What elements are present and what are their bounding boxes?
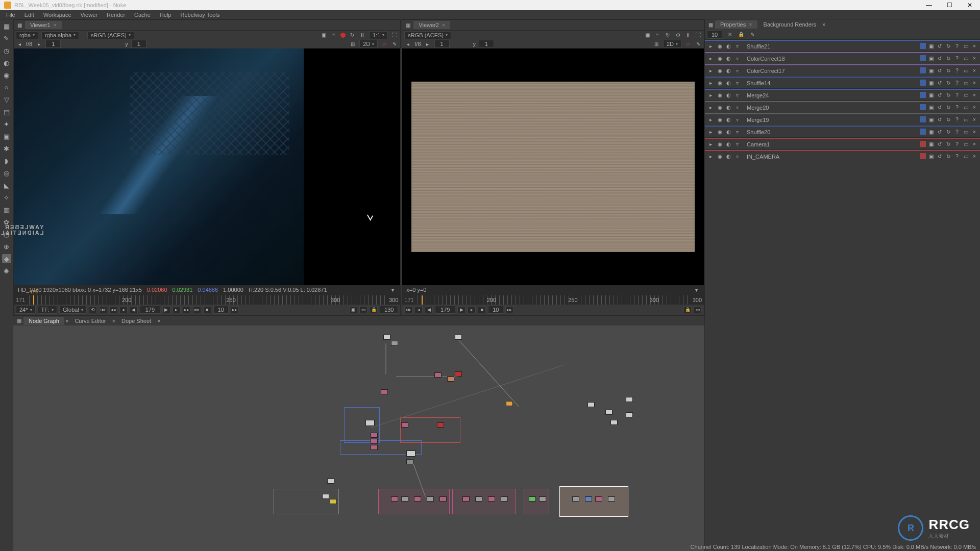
reload-icon[interactable]: ↻ xyxy=(945,92,952,99)
node[interactable] xyxy=(391,496,398,502)
node[interactable] xyxy=(439,496,447,502)
help-icon[interactable]: ? xyxy=(953,92,961,99)
node[interactable] xyxy=(383,335,390,340)
node[interactable] xyxy=(475,496,482,502)
expand-icon[interactable]: ▸ xyxy=(707,153,714,160)
node[interactable] xyxy=(529,496,536,502)
play-back-button[interactable]: ◀ xyxy=(130,306,138,313)
step-back-button[interactable]: ◂ xyxy=(414,306,423,313)
first-frame-button[interactable]: ⏮ xyxy=(404,306,412,313)
help-icon[interactable]: ? xyxy=(953,67,961,74)
y-input[interactable]: 1 xyxy=(131,40,146,48)
tool-3d-icon[interactable]: ▣ xyxy=(2,132,11,141)
y-input[interactable]: 1 xyxy=(479,40,494,48)
link-icon[interactable]: ◐ xyxy=(725,43,732,50)
expand-icon[interactable]: ▸ xyxy=(707,141,714,148)
viewer1-viewport[interactable]: overlay off xyxy=(14,48,400,285)
close-icon[interactable]: × xyxy=(65,318,68,324)
property-row[interactable]: ▸◉◐▿Merge24▣↺↻?▭× xyxy=(705,89,980,101)
node[interactable] xyxy=(371,439,378,444)
next-icon[interactable]: ▸ xyxy=(424,40,431,47)
tf-dropdown[interactable]: TF: xyxy=(38,306,58,314)
tool-burst-icon[interactable]: ✺ xyxy=(2,266,11,276)
tab-dope-sheet[interactable]: Dope Sheet xyxy=(116,317,156,325)
menu-edit[interactable]: Edit xyxy=(20,11,38,19)
node[interactable] xyxy=(447,377,454,382)
node[interactable] xyxy=(381,389,388,394)
node[interactable] xyxy=(626,397,633,402)
pen-icon[interactable]: ✎ xyxy=(391,40,398,47)
expand-icon[interactable]: ⛶ xyxy=(695,32,702,39)
eye-icon[interactable]: ◉ xyxy=(716,92,723,99)
time-ruler[interactable]: 171 179 200 250 300 300 xyxy=(14,295,400,305)
color-swatch[interactable] xyxy=(920,129,926,135)
close-icon[interactable]: × xyxy=(971,80,978,87)
node-icon[interactable]: ▿ xyxy=(733,92,741,99)
clip-icon[interactable]: ▣ xyxy=(320,32,327,39)
reset-icon[interactable]: ↺ xyxy=(936,43,943,50)
reset-icon[interactable]: ↺ xyxy=(936,116,943,123)
stop-button[interactable]: ■ xyxy=(203,306,211,313)
mode-dropdown[interactable]: 2D xyxy=(359,40,378,48)
alpha-dropdown[interactable]: rgba.alpha xyxy=(41,31,79,39)
help-icon[interactable]: ? xyxy=(953,129,961,136)
node[interactable] xyxy=(371,445,378,450)
close-icon[interactable]: × xyxy=(971,153,978,160)
node[interactable] xyxy=(434,372,442,378)
pane-layout-icon[interactable]: ▦ xyxy=(404,21,411,29)
node[interactable] xyxy=(401,496,408,502)
list-icon[interactable]: ≡ xyxy=(330,32,337,39)
backdrop[interactable] xyxy=(274,489,339,514)
center-icon[interactable]: ▣ xyxy=(927,153,935,160)
tool-filter-icon[interactable]: ▽ xyxy=(2,95,11,104)
center-icon[interactable]: ▣ xyxy=(927,92,935,99)
eye-icon[interactable]: ◉ xyxy=(716,55,723,62)
refresh-icon[interactable]: ↻ xyxy=(349,32,356,39)
tool-views-icon[interactable]: ▥ xyxy=(2,205,11,214)
close-icon[interactable]: × xyxy=(157,318,160,324)
expand-icon[interactable]: ▸ xyxy=(707,116,714,123)
eye-icon[interactable]: ◉ xyxy=(716,116,723,123)
pause-icon[interactable]: ⏸ xyxy=(684,32,692,39)
center-icon[interactable]: ▣ xyxy=(927,55,935,62)
mode-dropdown[interactable]: 2D xyxy=(663,40,681,48)
node[interactable] xyxy=(455,371,462,377)
colorspace-dropdown[interactable]: sRGB (ACES) xyxy=(87,31,134,39)
grid-icon[interactable]: ⊞ xyxy=(349,40,356,47)
close-icon[interactable]: × xyxy=(971,67,978,74)
property-row[interactable]: ▸◉◐▿Merge20▣↺↻?▭× xyxy=(705,101,980,113)
tool-tag-icon[interactable]: ◣ xyxy=(2,181,11,190)
reset-icon[interactable]: ↺ xyxy=(936,67,943,74)
reload-icon[interactable]: ↻ xyxy=(945,129,952,136)
minimize-icon[interactable]: ▭ xyxy=(962,104,969,111)
close-icon[interactable]: × xyxy=(971,43,978,50)
node[interactable] xyxy=(322,494,329,499)
center-icon[interactable]: ▣ xyxy=(927,67,935,74)
reset-icon[interactable]: ↺ xyxy=(936,141,943,148)
roi-icon[interactable]: ▱ xyxy=(684,40,692,47)
menu-help[interactable]: Help xyxy=(156,11,176,19)
next-key-button[interactable]: ▸▸ xyxy=(183,306,191,313)
close-icon[interactable]: × xyxy=(971,55,978,62)
tool-eye-icon[interactable]: ◎ xyxy=(2,168,11,178)
eye-icon[interactable]: ◉ xyxy=(716,80,723,87)
expand-icon[interactable]: ▸ xyxy=(707,92,714,99)
tool-color-icon[interactable]: ◉ xyxy=(2,70,11,80)
node-icon[interactable]: ▿ xyxy=(733,153,741,160)
global-dropdown[interactable]: Global xyxy=(59,306,87,314)
reset-icon[interactable]: ↺ xyxy=(936,92,943,99)
link-icon[interactable]: ◐ xyxy=(725,116,732,123)
reload-icon[interactable]: ↻ xyxy=(945,55,952,62)
node-icon[interactable]: ▿ xyxy=(733,67,741,74)
backdrop-selected[interactable] xyxy=(559,486,628,517)
minimize-icon[interactable]: ▭ xyxy=(962,141,969,148)
first-frame-button[interactable]: ⏮ xyxy=(99,306,107,313)
expand-icon[interactable]: ⛶ xyxy=(391,32,398,39)
node[interactable] xyxy=(488,496,495,502)
close-icon[interactable]: × xyxy=(54,22,57,28)
property-row[interactable]: ▸◉◐▿ColorCorrect17▣↺↻?▭× xyxy=(705,64,980,77)
center-icon[interactable]: ▣ xyxy=(927,116,935,123)
reload-icon[interactable]: ↻ xyxy=(945,141,952,148)
reset-icon[interactable]: ↺ xyxy=(936,55,943,62)
tool-wrench-icon[interactable]: ✧ xyxy=(2,193,11,202)
